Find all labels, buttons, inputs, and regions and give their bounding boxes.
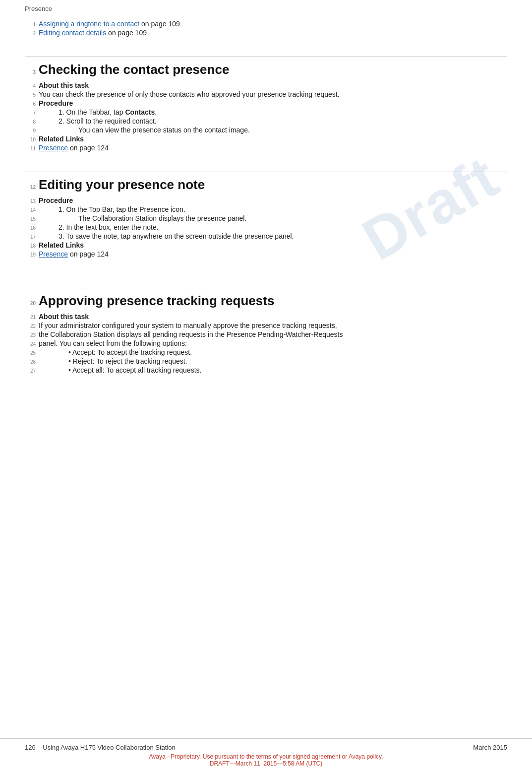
line-4: 4 About this task <box>25 81 507 89</box>
ln8: 8 <box>25 119 39 125</box>
bold-contacts: Contacts <box>125 108 155 116</box>
line-5: 5 You can check the presence of only tho… <box>25 90 507 98</box>
line-8: 8 2. Scroll to the required contact. <box>25 117 507 125</box>
line-27: 27 • Accept all: To accept all tracking … <box>25 366 507 374</box>
ln4: 4 <box>25 83 39 89</box>
ln17: 17 <box>25 234 39 240</box>
related-link-2: Presence on page 124 <box>39 250 507 258</box>
line-11: 11 Presence on page 124 <box>25 144 507 152</box>
footer-draft-line: DRAFT—March 11, 2015—5:58 AM (UTC) <box>149 760 383 767</box>
divider-1 <box>25 57 507 57</box>
line-26: 26 • Reject: To reject the tracking requ… <box>25 357 507 365</box>
intro-links: 1 Assigning a ringtone to a contact on p… <box>25 20 507 37</box>
footer-left-text: Using Avaya H175 Video Collaboration Sta… <box>43 744 176 751</box>
intro-link-1: 1 Assigning a ringtone to a contact on p… <box>25 20 507 28</box>
spacer-4 <box>25 269 507 279</box>
bullet-27: • Accept all: To accept all tracking req… <box>39 366 507 374</box>
footer-center-line1: Avaya - Proprietary. Use pursuant to the… <box>149 753 383 760</box>
line-6: 6 Procedure <box>25 99 507 107</box>
section-line-num-20: 20 <box>25 301 39 306</box>
bullet-26: • Reject: To reject the tracking request… <box>39 357 507 365</box>
para-24: panel. You can select from the following… <box>39 339 507 347</box>
ln11: 11 <box>25 146 39 151</box>
para-5: You can check the presence of only those… <box>39 90 507 98</box>
ln24: 24 <box>25 341 39 347</box>
procedure-label-2: Procedure <box>39 196 507 204</box>
step-7: 1. On the Tabbar, tap Contacts. <box>39 108 507 116</box>
ln13: 13 <box>25 198 39 204</box>
line-14: 14 1. On the Top Bar, tap the Presence i… <box>25 205 507 213</box>
step-note-15: The Collaboration Station displays the p… <box>39 214 507 222</box>
related-link-1: Presence on page 124 <box>39 144 507 152</box>
ln6: 6 <box>25 101 39 107</box>
page-container: Presence Draft 1 Assigning a ringtone to… <box>0 0 532 772</box>
editing-contact-link[interactable]: Editing contact details <box>39 29 106 37</box>
divider-2 <box>25 172 507 172</box>
related-links-label-1: Related Links <box>39 135 507 143</box>
ln5: 5 <box>25 92 39 98</box>
ln10: 10 <box>25 137 39 142</box>
step-8: 2. Scroll to the required contact. <box>39 117 507 125</box>
ln23: 23 <box>25 332 39 338</box>
footer-center: Avaya - Proprietary. Use pursuant to the… <box>149 753 383 767</box>
bullet-25: • Accept: To accept the tracking request… <box>39 348 507 356</box>
page-footer: 126 Using Avaya H175 Video Collaboration… <box>0 738 532 772</box>
spacer-1 <box>25 38 507 48</box>
line-9: 9 You can view the presence status on th… <box>25 126 507 134</box>
ln14: 14 <box>25 207 39 213</box>
section-title-3: Approving presence tracking requests <box>39 293 274 309</box>
intro-link-1-content: Assigning a ringtone to a contact on pag… <box>39 20 507 28</box>
assigning-ringtone-link[interactable]: Assigning a ringtone to a contact <box>39 20 139 28</box>
ln7: 7 <box>25 110 39 116</box>
para-22: If your administrator configured your sy… <box>39 322 507 329</box>
page-header: Presence <box>0 0 532 15</box>
section-line-num-12: 12 <box>25 185 39 190</box>
line-15: 15 The Collaboration Station displays th… <box>25 214 507 222</box>
line-10: 10 Related Links <box>25 135 507 143</box>
ln9: 9 <box>25 128 39 133</box>
main-content: 1 Assigning a ringtone to a contact on p… <box>0 15 532 738</box>
ln16: 16 <box>25 225 39 231</box>
section-title-1: Checking the contact presence <box>39 62 229 77</box>
intro-link-2: 2 Editing contact details on page 109 <box>25 29 507 37</box>
intro-link-2-content: Editing contact details on page 109 <box>39 29 507 37</box>
para-23: the Collaboration Station displays all p… <box>39 330 507 338</box>
header-label: Presence <box>25 5 52 12</box>
ln15: 15 <box>25 216 39 222</box>
line-16: 16 2. In the text box, enter the note. <box>25 223 507 231</box>
line-18: 18 Related Links <box>25 241 507 249</box>
footer-page-number: 126 <box>25 744 36 751</box>
section-line-num-3: 3 <box>25 69 39 75</box>
line-13: 13 Procedure <box>25 196 507 204</box>
footer-right-text: March 2015 <box>473 744 507 751</box>
ln18: 18 <box>25 243 39 249</box>
footer-left: 126 Using Avaya H175 Video Collaboration… <box>25 744 176 751</box>
ln25: 25 <box>25 350 39 356</box>
procedure-label-1: Procedure <box>39 99 507 107</box>
footer-top-row: 126 Using Avaya H175 Video Collaboration… <box>25 744 507 751</box>
section-heading-1: 3 Checking the contact presence <box>25 62 507 77</box>
step-17: 3. To save the note, tap anywhere on the… <box>39 232 507 240</box>
step-note-9: You can view the presence status on the … <box>39 126 507 134</box>
line-24: 24 panel. You can select from the follow… <box>25 339 507 347</box>
line-num-1: 1 <box>25 22 39 27</box>
ln22: 22 <box>25 323 39 329</box>
about-task-label-1: About this task <box>39 81 507 89</box>
presence-link-1[interactable]: Presence <box>39 144 68 152</box>
line-7: 7 1. On the Tabbar, tap Contacts. <box>25 108 507 116</box>
ln26: 26 <box>25 359 39 365</box>
footer-proprietary-link[interactable]: Avaya - Proprietary. Use pursuant to the… <box>149 753 383 760</box>
ln21: 21 <box>25 315 39 320</box>
step-16: 2. In the text box, enter the note. <box>39 223 507 231</box>
divider-3 <box>25 288 507 288</box>
line-19: 19 Presence on page 124 <box>25 250 507 258</box>
spacer-3 <box>25 259 507 269</box>
section-heading-2: 12 Editing your presence note <box>25 177 507 193</box>
line-num-2: 2 <box>25 31 39 36</box>
ln27: 27 <box>25 368 39 374</box>
presence-link-2[interactable]: Presence <box>39 250 68 258</box>
spacer-2 <box>25 153 507 163</box>
section-heading-3: 20 Approving presence tracking requests <box>25 293 507 309</box>
step-14: 1. On the Top Bar, tap the Presence icon… <box>39 205 507 213</box>
related-links-label-2: Related Links <box>39 241 507 249</box>
